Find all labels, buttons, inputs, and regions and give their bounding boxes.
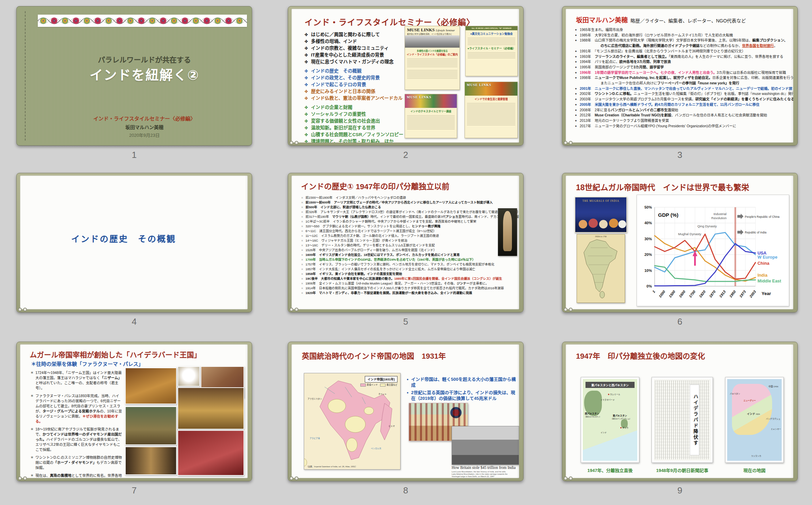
slide-9-thumbnail[interactable]: 1947年 印パ分離独立後の地図の変化 東パキスタンと西パキスタン カシミール …	[562, 342, 798, 481]
history-row: 1700年 当時ムガル帝国下のインドのGDPは、世界経済の24%を占めていた（1…	[301, 257, 516, 262]
bridge-photo	[405, 35, 459, 48]
diamond-bullet-icon: ✤	[304, 60, 308, 64]
slide-1-cover: パラレルワールドが共在する インドを紐解く② インド・ライフスタイルセミナー〈必…	[16, 6, 252, 146]
slide-3-page: 坂田マルハン美穂略歴／ライター、編集者、レポーター、NGO代表など 1965年生…	[566, 9, 793, 143]
history-row: 1857年 インド大反乱：インド人傭兵セポイの反乱をきっかけにインド全土に拡大、…	[301, 267, 516, 272]
newsletter-line-green: 多様性の国インドの概要を知る	[405, 49, 459, 52]
newspaper-columns-texture	[655, 380, 709, 459]
india-1700-map-title: INDIA in 1700	[577, 234, 625, 238]
empire-fact: インド帝国は、軽く500を超える大小の藩王国から構成	[407, 376, 517, 388]
history-row: 19C後半 大都市の知識人や資本家を中心に民族運動の動き。1885年に第1回国民…	[301, 276, 516, 281]
arched-hall-photo	[125, 406, 177, 445]
legend-swatch-princely	[380, 384, 386, 387]
bio-row: 2008年 2年に亘るバンガロールとムンバイの二都市生活開始	[575, 108, 791, 113]
label-kashmir: カシミール	[610, 393, 620, 395]
slide-2-thumbnail[interactable]: インド・ライフスタイルセミナー〈必修編〉 ✤はじめに／異国と関わるに際して✤多様…	[288, 6, 524, 146]
svg-text:Republic of India: Republic of India	[745, 231, 767, 234]
binder-rings-icon	[18, 308, 27, 311]
cover-tagline: パラレルワールドが共在する	[47, 54, 241, 64]
vegetables-photo: MUSE LINKS	[465, 82, 517, 96]
figure-caption-3: 現在の地図	[725, 467, 784, 473]
cover-title: インドを紐解く②	[47, 64, 241, 83]
bio-row: 2003年 ジョージタウン大学の英語プログラム3カ月集中コースを受講。研究論文「…	[575, 97, 791, 102]
bio-row: 2013年 地元のロータリークラブより国際親善賞を受賞	[575, 118, 791, 124]
body-text-lines	[407, 114, 455, 129]
agenda-item: ✤歴史にみるインドと日本の関係	[304, 88, 403, 95]
agenda-item: ✤変容する価値観と女性の社会進出	[304, 118, 403, 125]
stitch-line-ornament	[25, 11, 26, 141]
agenda-item: ✤山積する社会問題とCSR／フィランソロピー	[304, 131, 403, 138]
slide-5-page: インドの歴史① 1947年の印パ分離独立以前 前2300～前1800年 インダス…	[292, 176, 519, 309]
agenda-item: ✤ソーシャルライフの重要性	[304, 111, 403, 118]
slide-5-title: インドの歴史① 1947年の印パ分離独立以前	[301, 180, 449, 191]
dining-hall-photo	[125, 446, 177, 475]
svg-text:20%: 20%	[644, 253, 652, 257]
svg-text:China: China	[758, 261, 770, 266]
svg-text:30%: 30%	[644, 237, 652, 241]
slide-number-7: 7	[100, 485, 168, 496]
binder-rings-icon	[564, 308, 573, 311]
map-header-east-west-pakistan: 東パキスタンと西パキスタン	[585, 382, 635, 388]
muse-masthead: MUSE LINKS	[407, 95, 432, 99]
history-row: 320～550 グプタ朝による北インド統一。サンスクリットを公用語とし、ヒンドゥ…	[301, 224, 516, 229]
muse-masthead: MUSE LINKS	[467, 83, 491, 87]
slide-number-5: 5	[372, 316, 440, 327]
map-label-tibet: チベット	[378, 392, 387, 395]
slide-8-page: 英国統治時代のインド帝国の地図 1931年 インド帝国(1931年) 英領インド…	[292, 344, 519, 478]
photo-caption-line: Lady Edwina Mountbatten, ride in the sta…	[452, 473, 507, 475]
history-row: 14～16C ヴィジャヤナガル王国（ヒンドゥー王国）が南インドを統治	[301, 238, 516, 243]
bio-row: 1994年 パリを起点に、欧州各地を3カ月間、列車で放浪	[575, 59, 791, 65]
slide-number-1: 1	[100, 150, 168, 160]
label-east-pakistan-sub: （現在のバングラデシュ）	[611, 417, 631, 420]
diamond-bullet-icon: ✤	[304, 89, 308, 94]
slide-6-thumbnail[interactable]: 18世紀ムガル帝国時代 インドは世界で最も繁栄 THE MUGHALS OF I…	[562, 173, 798, 312]
slide-1-thumbnail[interactable]: パラレルワールドが共在する インドを紐解く② インド・ライフスタイルセミナー〈必…	[16, 6, 252, 146]
bio-row: 2001年 ニューヨークに移住した直後、マンハッタンで出会っていたアルヴィンド・…	[575, 86, 791, 92]
ashoka-lion-capital-photo	[498, 208, 517, 256]
history-timeline: 前2300～前1800年 インダス文明／ハラッパやモヘンジョダロの遺跡前1500…	[301, 195, 516, 295]
history-row: 1526年 中央アジア出身のバーブルがローディー朝を破り、ムガル帝国を建国（北イ…	[301, 248, 516, 253]
slide-8-title: 英国統治時代のインド帝国の地図 1931年	[302, 350, 446, 361]
woman-in-sari-photo	[177, 430, 244, 476]
section-title: インドの歴史 その概観	[20, 232, 227, 244]
svg-text:1000: 1000	[658, 290, 666, 298]
bio-row: 1985年 大学2年生の夏、初の海外旅行（ロサンゼル郊外ホームステイ1カ月）で人…	[575, 33, 791, 38]
slide-7-title: ムガール帝国宰相が創始した「ハイデラバード王国」	[30, 349, 201, 359]
slide-4-thumbnail[interactable]: インドの歴史 その概観	[16, 173, 252, 312]
binder-rings-icon	[564, 141, 573, 145]
diamond-bullet-icon: ✤	[304, 69, 308, 74]
legend-swatch-british	[360, 384, 366, 387]
cover-date: 2020年9月23日	[47, 132, 241, 138]
history-row: 前500年 インド北部に、釈迦が提唱した仏教おこる	[301, 205, 516, 210]
svg-text:India: India	[758, 273, 768, 278]
svg-text:1870: 1870	[708, 290, 716, 298]
svg-text:Middle East: Middle East	[758, 279, 781, 283]
newsletter-card-1: MUSE LINKS Lifestyle Seminar 異文化に対する理解を深…	[405, 26, 460, 90]
slide-3-thumbnail[interactable]: 坂田マルハン美穂略歴／ライター、編集者、レポーター、NGO代表など 1965年生…	[562, 6, 798, 146]
svg-text:10%: 10%	[644, 268, 652, 273]
label-dhaka: ダッカ	[622, 427, 628, 429]
bio-row: 2005年 米国大陸を東から西へ横断ドライヴ。約4カ月間のカリフォルニア生活を経…	[575, 102, 791, 108]
slide-5-thumbnail[interactable]: インドの歴史① 1947年の印パ分離独立以前 前2300～前1800年 インダス…	[288, 173, 524, 312]
label-china-en: CHINA	[774, 386, 778, 388]
slide-4-page: インドの歴史 その概観	[20, 176, 248, 309]
history-row: 1C半ば～3C前半 イラン系のクシャーナ朝時代。中央アジアから中部インドまでを支…	[301, 219, 516, 224]
mughal-figures-illustration	[575, 212, 626, 232]
gdp-share-chart-panel: 0%10%20%30%40%50%11000150016001700182018…	[637, 195, 789, 306]
binder-rings-icon	[564, 476, 573, 480]
binder-rings-icon	[290, 141, 298, 145]
agenda-item: ✤温故知新。新旧が混在する世界	[304, 125, 403, 131]
svg-text:1: 1	[652, 290, 656, 294]
india-1700-map: INDIA in 1700	[577, 234, 625, 303]
bio-row: 1988年 山口県下関市の梅光女学院大学（現梅光学院大学）文学部日本文学科卒業後…	[575, 38, 791, 43]
slide-7-thumbnail[interactable]: ムガール帝国宰相が創始した「ハイデラバード王国」 ＊往時の栄華を体験「ファラクヌ…	[16, 342, 252, 481]
slide-8-thumbnail[interactable]: 英国統治時代のインド帝国の地図 1931年 インド帝国(1931年) 英領インド…	[288, 342, 524, 481]
bio-row: またニューヨーク在住の邦人向けにフリーペーパーの季刊誌『muse new yor…	[575, 81, 791, 86]
map-label-bay-of-bengal: ベンガル湾	[371, 447, 381, 450]
legend-princely-states: 藩王国など	[387, 384, 398, 386]
diamond-bullet-icon: ✤	[304, 132, 308, 137]
india-empire-map-shape	[304, 373, 400, 469]
bio-title-rest: 略歴／ライター、編集者、レポーター、NGO代表など	[630, 18, 746, 23]
svg-text:1600: 1600	[678, 290, 686, 298]
chandelier-hall-photo	[177, 387, 244, 429]
